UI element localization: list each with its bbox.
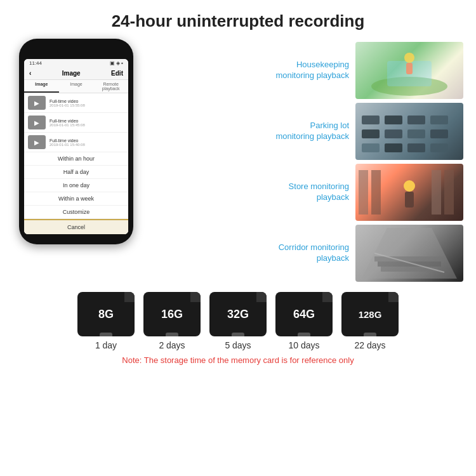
item-label-2: Full-time video xyxy=(50,119,85,123)
svg-rect-25 xyxy=(374,256,444,261)
thumb-2: ▶ xyxy=(28,116,46,129)
sd-card-128g: 128G xyxy=(341,292,399,336)
svg-rect-6 xyxy=(362,116,380,124)
card-item-128g: 128G 22 days xyxy=(341,292,399,350)
sd-notch-8g xyxy=(100,333,112,336)
sd-card-8g: 8G xyxy=(77,292,135,336)
storage-section: 8G 1 day 16G 2 days 32G 5 days 64G xyxy=(0,282,476,370)
storage-cards: 8G 1 day 16G 2 days 32G 5 days 64G xyxy=(13,292,463,350)
dropdown-item-5[interactable]: Customize xyxy=(24,206,128,219)
phone-header-label: Image xyxy=(62,70,81,77)
sd-card-label-64g: 64G xyxy=(293,308,315,321)
svg-rect-19 xyxy=(371,170,381,215)
tab-image2[interactable]: Image xyxy=(59,80,94,93)
phone-screen: 11:44 ▣ ◈ ▪ ‹ Image Edit Image Image Rem… xyxy=(24,59,128,234)
svg-rect-23 xyxy=(405,192,414,208)
phone-mockup: 11:44 ▣ ◈ ▪ ‹ Image Edit Image Image Rem… xyxy=(13,39,140,282)
sd-notch-16g xyxy=(166,333,178,336)
sd-card-label-8g: 8G xyxy=(98,308,114,321)
monitoring-row-3: Store monitoringplayback xyxy=(146,164,463,221)
sd-card-32g: 32G xyxy=(209,292,267,336)
sd-days-128g: 22 days xyxy=(354,340,385,350)
monitoring-photo-4 xyxy=(355,225,463,282)
sd-days-64g: 10 days xyxy=(288,340,319,350)
list-item-1[interactable]: ▶ Full-time video 2019-01-01 15:55:08 xyxy=(24,93,128,113)
svg-rect-12 xyxy=(407,129,425,138)
page-title: 24-hour uninterrupted recording xyxy=(0,0,476,39)
sd-days-16g: 2 days xyxy=(159,340,185,350)
thumb-1: ▶ xyxy=(28,96,46,110)
item-label-1: Full-time video xyxy=(50,99,85,103)
monitoring-section: Housekeepingmonitoring playback Parking … xyxy=(146,39,463,282)
svg-point-3 xyxy=(404,53,414,63)
sd-notch-128g xyxy=(364,333,376,336)
card-item-64g: 64G 10 days xyxy=(275,292,333,350)
svg-rect-11 xyxy=(385,129,402,138)
monitoring-row-1: Housekeepingmonitoring playback xyxy=(146,42,463,99)
item-time-1: 2019-01-01 15:55:08 xyxy=(50,103,85,107)
svg-rect-13 xyxy=(430,129,448,138)
sd-card-16g: 16G xyxy=(143,292,201,336)
sd-notch-32g xyxy=(232,333,244,336)
phone-edit-button[interactable]: Edit xyxy=(111,70,123,77)
svg-rect-27 xyxy=(381,267,438,272)
sd-card-64g: 64G xyxy=(275,292,333,336)
item-label-3: Full-time video xyxy=(50,138,85,143)
svg-rect-15 xyxy=(385,143,402,152)
phone-notch xyxy=(57,48,95,56)
dropdown-item-2[interactable]: Half a day xyxy=(24,166,128,179)
sd-card-label-32g: 32G xyxy=(227,308,249,321)
phone-dropdown: Within an hour Half a day In one day Wit… xyxy=(24,152,128,234)
svg-rect-21 xyxy=(444,170,454,215)
dropdown-item-1[interactable]: Within an hour xyxy=(24,152,128,166)
item-time-2: 2019-01-01 15:45:08 xyxy=(50,123,85,127)
monitoring-label-2: Parking lotmonitoring playback xyxy=(146,121,349,142)
dropdown-item-4[interactable]: Within a week xyxy=(24,192,128,206)
storage-note: Note: The storage time of the memory car… xyxy=(13,355,463,365)
svg-rect-4 xyxy=(406,63,413,74)
svg-point-22 xyxy=(404,180,415,192)
sd-days-8g: 1 day xyxy=(95,340,117,350)
sd-days-32g: 5 days xyxy=(225,340,251,350)
list-item-3[interactable]: ▶ Full-time video 2019-01-01 15:40:08 xyxy=(24,133,128,152)
phone-tabs: Image Image Remote playback xyxy=(24,80,128,93)
dropdown-cancel[interactable]: Cancel xyxy=(24,219,128,234)
dropdown-item-3[interactable]: In one day xyxy=(24,179,128,192)
svg-rect-14 xyxy=(362,143,380,152)
svg-rect-20 xyxy=(432,170,441,215)
main-section: 11:44 ▣ ◈ ▪ ‹ Image Edit Image Image Rem… xyxy=(0,39,476,282)
sd-card-label-16g: 16G xyxy=(161,308,183,321)
card-item-32g: 32G 5 days xyxy=(209,292,267,350)
monitoring-row-4: Corridor monitoringplayback xyxy=(146,225,463,282)
phone-back-icon[interactable]: ‹ xyxy=(29,70,31,77)
thumb-3: ▶ xyxy=(28,135,46,149)
card-item-8g: 8G 1 day xyxy=(77,292,135,350)
monitoring-label-1: Housekeepingmonitoring playback xyxy=(146,60,349,81)
list-item-2[interactable]: ▶ Full-time video 2019-01-01 15:45:08 xyxy=(24,113,128,133)
sd-card-label-128g: 128G xyxy=(359,309,382,320)
item-time-3: 2019-01-01 15:40:08 xyxy=(50,143,85,147)
svg-rect-18 xyxy=(359,170,368,215)
monitoring-photo-3 xyxy=(355,164,463,221)
phone-body: 11:44 ▣ ◈ ▪ ‹ Image Edit Image Image Rem… xyxy=(19,39,133,244)
tab-image[interactable]: Image xyxy=(24,80,59,93)
svg-rect-9 xyxy=(430,116,448,124)
tab-remote[interactable]: Remote playback xyxy=(93,80,128,93)
card-item-16g: 16G 2 days xyxy=(143,292,201,350)
monitoring-row-2: Parking lotmonitoring playback xyxy=(146,103,463,160)
svg-rect-10 xyxy=(362,129,380,138)
phone-status-bar: 11:44 ▣ ◈ ▪ xyxy=(24,59,128,67)
monitoring-label-3: Store monitoringplayback xyxy=(146,182,349,203)
sd-notch-64g xyxy=(298,333,310,336)
monitoring-photo-2 xyxy=(355,103,463,160)
svg-rect-16 xyxy=(407,143,425,152)
monitoring-photo-1 xyxy=(355,42,463,99)
svg-rect-7 xyxy=(385,116,402,124)
monitoring-label-4: Corridor monitoringplayback xyxy=(146,242,349,264)
phone-time: 11:44 xyxy=(29,60,42,66)
svg-rect-8 xyxy=(407,116,425,124)
phone-icons: ▣ ◈ ▪ xyxy=(110,60,123,66)
svg-rect-17 xyxy=(430,143,448,152)
phone-header: ‹ Image Edit xyxy=(24,67,128,80)
